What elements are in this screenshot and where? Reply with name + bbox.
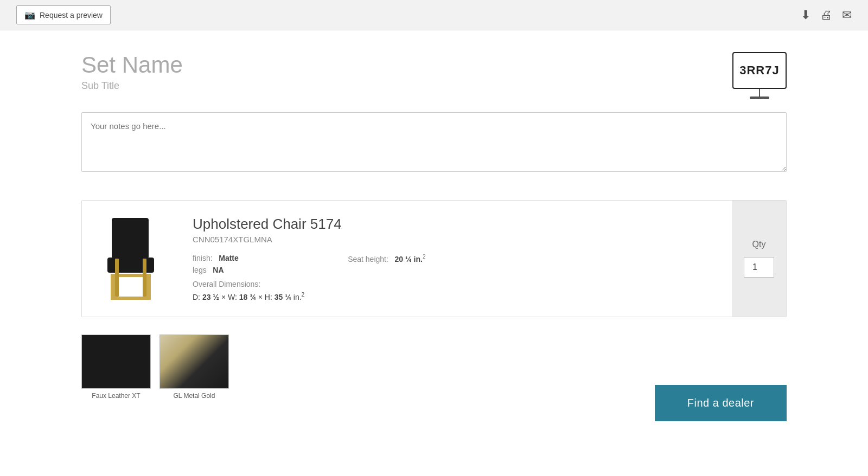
finish-spec: finish: Matte bbox=[193, 254, 304, 262]
product-name: Upholstered Chair 5174 bbox=[193, 216, 719, 233]
width-label: × W: bbox=[221, 293, 237, 301]
toolbar: 📷 Request a preview ⬇ 🖨 ✉ bbox=[0, 0, 868, 30]
bottom-row: Faux Leather XT GL Metal Gold Find a dea… bbox=[81, 335, 787, 421]
dim-sup: 2 bbox=[302, 292, 305, 298]
product-specs: finish: Matte legs NA Overall Dimensions… bbox=[193, 254, 719, 301]
legs-label: legs bbox=[193, 266, 207, 274]
notes-input[interactable] bbox=[81, 112, 787, 172]
swatch-faux-leather-box bbox=[81, 335, 151, 389]
product-card: Upholstered Chair 5174 CNN05174XTGLMNA f… bbox=[81, 200, 787, 317]
preview-button-label: Request a preview bbox=[40, 11, 103, 20]
finish-label: finish: bbox=[193, 254, 213, 262]
overall-dim-value: D: 23 ½ × W: 18 ¾ × H: 35 ¼ in.2 bbox=[193, 292, 304, 301]
height-value: 35 ¼ bbox=[275, 293, 291, 301]
seat-height-label: Seat height: bbox=[348, 255, 388, 263]
spec-col-right: Seat height: 20 ¼ in.2 bbox=[348, 254, 425, 301]
main-content: Set Name Sub Title 3RR7J bbox=[65, 30, 803, 443]
seat-height-spec: Seat height: 20 ¼ in.2 bbox=[348, 254, 425, 263]
depth-value: 23 ½ bbox=[202, 293, 219, 301]
seat-sup: 2 bbox=[423, 254, 426, 260]
svg-rect-4 bbox=[111, 297, 151, 300]
svg-rect-1 bbox=[107, 258, 154, 273]
title-block: Set Name Sub Title bbox=[81, 52, 183, 92]
svg-rect-9 bbox=[146, 286, 151, 287]
svg-rect-0 bbox=[112, 218, 149, 259]
find-dealer-button[interactable]: Find a dealer bbox=[655, 385, 787, 421]
chair-image bbox=[95, 215, 166, 302]
swatch-faux-leather[interactable]: Faux Leather XT bbox=[81, 335, 151, 400]
swatch-gl-metal-gold-box bbox=[159, 335, 229, 389]
swatch-faux-leather-label: Faux Leather XT bbox=[92, 392, 140, 400]
camera-icon: 📷 bbox=[24, 10, 35, 20]
svg-rect-8 bbox=[111, 286, 115, 287]
product-sku: CNN05174XTGLMNA bbox=[193, 235, 719, 244]
qty-input[interactable] bbox=[744, 257, 774, 278]
swatches-row: Faux Leather XT GL Metal Gold bbox=[81, 335, 229, 400]
qty-section: Qty bbox=[732, 201, 786, 317]
spec-col-left: finish: Matte legs NA Overall Dimensions… bbox=[193, 254, 304, 301]
finish-value: Matte bbox=[219, 254, 239, 262]
monitor-base bbox=[750, 97, 769, 99]
swatch-gl-metal-gold[interactable]: GL Metal Gold bbox=[159, 335, 229, 400]
monitor-widget: 3RR7J bbox=[732, 52, 787, 99]
dealer-row: Find a dealer bbox=[655, 385, 787, 421]
set-name-title: Set Name bbox=[81, 52, 183, 78]
legs-spec: legs NA bbox=[193, 266, 304, 274]
product-image-area bbox=[82, 201, 180, 317]
qty-label: Qty bbox=[752, 240, 766, 249]
svg-rect-7 bbox=[143, 259, 146, 297]
width-value: 18 ¾ bbox=[239, 293, 256, 301]
monitor-stand bbox=[759, 89, 760, 97]
swatch-gl-metal-gold-label: GL Metal Gold bbox=[174, 392, 215, 400]
product-details: Upholstered Chair 5174 CNN05174XTGLMNA f… bbox=[180, 201, 732, 317]
svg-rect-6 bbox=[115, 259, 119, 297]
dim-unit: in. bbox=[293, 293, 302, 301]
print-icon[interactable]: 🖨 bbox=[820, 8, 832, 22]
depth-label: D: bbox=[193, 293, 200, 301]
monitor-code: 3RR7J bbox=[739, 63, 779, 78]
monitor-screen: 3RR7J bbox=[732, 52, 787, 89]
download-icon[interactable]: ⬇ bbox=[801, 8, 810, 22]
toolbar-left: 📷 Request a preview bbox=[16, 5, 111, 24]
height-label: × H: bbox=[258, 293, 272, 301]
toolbar-right: ⬇ 🖨 ✉ bbox=[801, 8, 852, 22]
request-preview-button[interactable]: 📷 Request a preview bbox=[16, 5, 111, 24]
header-row: Set Name Sub Title 3RR7J bbox=[81, 52, 787, 99]
email-icon[interactable]: ✉ bbox=[842, 8, 852, 22]
seat-height-value: 20 ¼ in. bbox=[395, 255, 423, 263]
overall-dim-label: Overall Dimensions: bbox=[193, 280, 304, 288]
legs-value: NA bbox=[213, 266, 224, 274]
sub-title: Sub Title bbox=[81, 80, 183, 92]
